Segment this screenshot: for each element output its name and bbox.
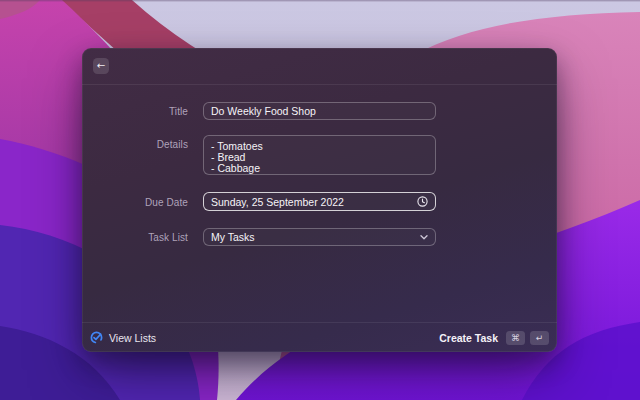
task-list-select[interactable]: My Tasks xyxy=(203,228,436,246)
task-list-label: Task List xyxy=(82,232,188,243)
details-textarea[interactable]: - Tomatoes - Bread - Cabbage xyxy=(203,135,436,175)
desktop: { "window": { "header": { "back_icon": "… xyxy=(0,0,640,400)
due-date-label: Due Date xyxy=(82,197,188,208)
view-lists-button[interactable]: View Lists xyxy=(90,331,156,344)
task-list-value: My Tasks xyxy=(211,231,416,243)
title-input[interactable] xyxy=(203,102,436,120)
title-label: Title xyxy=(82,106,188,117)
due-date-value: Sunday, 25 September 2022 xyxy=(211,196,413,208)
chevron-down-icon xyxy=(420,235,428,240)
window-header: ← xyxy=(82,48,557,85)
view-lists-label: View Lists xyxy=(109,332,156,344)
footer-bar: View Lists Create Task ⌘ ↵ xyxy=(82,322,557,352)
command-key-badge: ⌘ xyxy=(506,331,525,345)
details-label: Details xyxy=(82,139,188,150)
back-arrow-icon: ← xyxy=(97,60,105,71)
return-key-badge: ↵ xyxy=(530,331,549,345)
back-button[interactable]: ← xyxy=(93,58,109,74)
clock-icon xyxy=(417,196,428,207)
due-date-field[interactable]: Sunday, 25 September 2022 xyxy=(203,192,436,211)
create-task-window: ← Title Details - Tomatoes - Bread - Cab… xyxy=(82,48,557,352)
create-task-label: Create Task xyxy=(439,332,498,344)
create-task-button[interactable]: Create Task ⌘ ↵ xyxy=(439,331,549,345)
tasks-app-icon xyxy=(90,331,103,344)
